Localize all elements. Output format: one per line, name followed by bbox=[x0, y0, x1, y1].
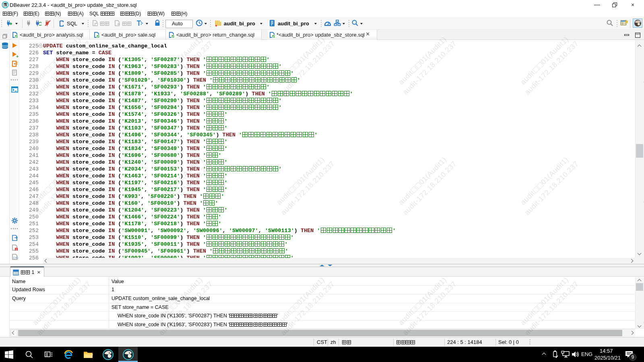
svg-text:(x): (x) bbox=[13, 256, 19, 259]
